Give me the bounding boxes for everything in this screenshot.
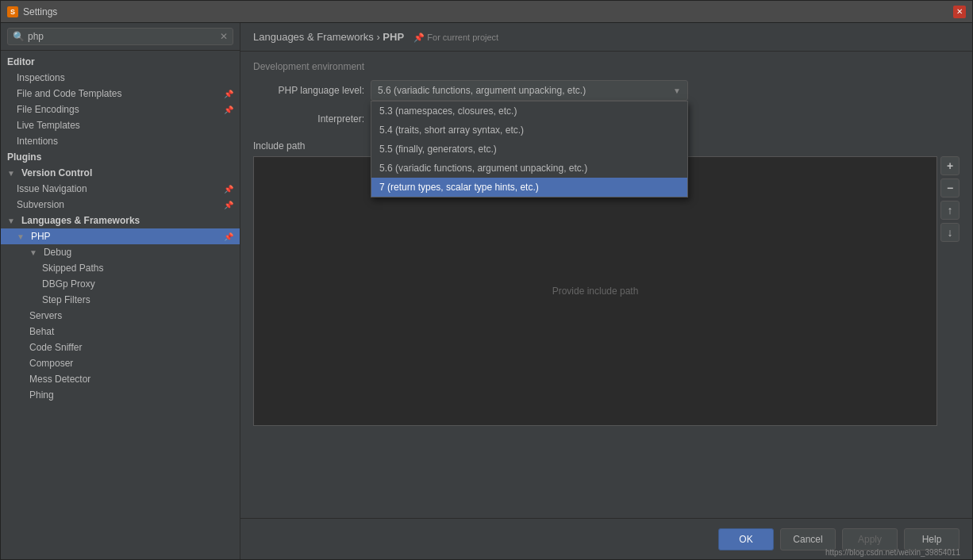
sidebar: 🔍 ✕ Editor Inspections File and Code Tem… [1, 23, 240, 559]
php-label: PHP [31, 231, 51, 242]
mess-detector-label: Mess Detector [29, 374, 90, 385]
sidebar-item-step-filters[interactable]: Step Filters [1, 292, 240, 308]
option-5-3[interactable]: 5.3 (namespaces, closures, etc.) [371, 102, 687, 121]
pin-icon: 📌 [224, 232, 233, 241]
behat-label: Behat [29, 326, 54, 337]
search-box: 🔍 ✕ [1, 23, 240, 51]
search-wrapper: 🔍 ✕ [7, 28, 233, 45]
live-templates-label: Live Templates [17, 120, 80, 131]
sidebar-item-mess-detector[interactable]: Mess Detector [1, 371, 240, 387]
language-level-value: 5.6 (variadic functions, argument unpack… [378, 85, 586, 96]
inspections-label: Inspections [17, 72, 65, 83]
sidebar-item-issue-navigation[interactable]: Issue Navigation 📌 [1, 181, 240, 197]
option-5-4[interactable]: 5.4 (traits, short array syntax, etc.) [371, 121, 687, 140]
debug-label: Debug [44, 247, 71, 258]
breadcrumb: Languages & Frameworks › PHP 📌 For curre… [253, 31, 960, 43]
sidebar-item-languages-frameworks[interactable]: ▼ Languages & Frameworks [1, 213, 240, 228]
version-control-label: Version Control [21, 167, 92, 178]
sidebar-item-behat[interactable]: Behat [1, 324, 240, 339]
pin-icon: 📌 [224, 185, 233, 194]
sidebar-item-dbgp-proxy[interactable]: DBGp Proxy [1, 276, 240, 292]
editor-label: Editor [7, 56, 35, 67]
pin-icon: 📌 [224, 201, 233, 209]
search-icon: 🔍 [13, 31, 25, 42]
search-input[interactable] [28, 31, 220, 42]
step-filters-label: Step Filters [42, 294, 90, 305]
pin-icon: 📌 [224, 105, 233, 114]
sidebar-item-file-code-templates[interactable]: File and Code Templates 📌 [1, 86, 240, 102]
apply-button[interactable]: Apply [842, 528, 898, 550]
sidebar-item-plugins[interactable]: Plugins [1, 149, 240, 165]
cancel-button[interactable]: Cancel [780, 528, 836, 550]
include-path-placeholder: Provide include path [552, 286, 639, 297]
current-project-label: For current project [427, 33, 498, 42]
move-up-button[interactable]: ↑ [940, 201, 960, 220]
servers-label: Servers [29, 310, 62, 321]
plugins-label: Plugins [7, 152, 41, 163]
option-7[interactable]: 7 (return types, scalar type hints, etc.… [371, 178, 687, 197]
sidebar-item-intentions[interactable]: Intentions [1, 133, 240, 149]
sidebar-item-file-encodings[interactable]: File Encodings 📌 [1, 102, 240, 117]
language-level-dropdown-wrapper: 5.6 (variadic functions, argument unpack… [371, 80, 688, 101]
panel-body: Development environment PHP language lev… [240, 52, 972, 518]
remove-path-button[interactable]: − [940, 178, 960, 198]
ok-button[interactable]: OK [718, 528, 774, 550]
move-down-button[interactable]: ↓ [940, 223, 960, 242]
settings-window: S Settings ✕ 🔍 ✕ Editor Inspections [0, 0, 973, 560]
subversion-label: Subversion [17, 199, 64, 210]
interpreter-label: Interpreter: [253, 113, 364, 125]
sidebar-item-composer[interactable]: Composer [1, 355, 240, 371]
close-button[interactable]: ✕ [953, 6, 966, 18]
intentions-label: Intentions [17, 136, 58, 147]
sidebar-item-inspections[interactable]: Inspections [1, 70, 240, 86]
sidebar-item-code-sniffer[interactable]: Code Sniffer [1, 339, 240, 355]
footer-url: https://blog.csdn.net/weixin_39854011 [825, 548, 960, 557]
collapse-arrow: ▼ [17, 232, 25, 241]
sidebar-item-debug[interactable]: ▼ Debug [1, 244, 240, 260]
panel-header: Languages & Frameworks › PHP 📌 For curre… [240, 23, 972, 52]
title-bar: S Settings ✕ [1, 1, 972, 23]
languages-frameworks-label: Languages & Frameworks [21, 215, 140, 226]
main-panel: Languages & Frameworks › PHP 📌 For curre… [240, 23, 972, 559]
sidebar-item-servers[interactable]: Servers [1, 308, 240, 324]
option-5-5[interactable]: 5.5 (finally, generators, etc.) [371, 140, 687, 159]
issue-navigation-label: Issue Navigation [17, 183, 87, 194]
sidebar-item-live-templates[interactable]: Live Templates [1, 117, 240, 133]
option-5-6[interactable]: 5.6 (variadic functions, argument unpack… [371, 159, 687, 178]
language-level-row: PHP language level: 5.6 (variadic functi… [253, 80, 960, 101]
sidebar-item-skipped-paths[interactable]: Skipped Paths [1, 260, 240, 276]
dbgp-proxy-label: DBGp Proxy [42, 278, 95, 290]
main-content: 🔍 ✕ Editor Inspections File and Code Tem… [1, 23, 972, 559]
language-level-label: PHP language level: [253, 85, 364, 96]
file-encodings-label: File Encodings [17, 104, 79, 115]
sidebar-item-version-control[interactable]: ▼ Version Control [1, 165, 240, 181]
breadcrumb-current: PHP [383, 31, 404, 43]
code-sniffer-label: Code Sniffer [29, 342, 83, 353]
phing-label: Phing [29, 389, 54, 401]
language-level-options: 5.3 (namespaces, closures, etc.) 5.4 (tr… [371, 101, 688, 198]
breadcrumb-pre: Languages & Frameworks [253, 31, 374, 43]
sidebar-item-phing[interactable]: Phing [1, 387, 240, 403]
sidebar-item-subversion[interactable]: Subversion 📌 [1, 197, 240, 213]
pin-icon: 📌 [224, 90, 233, 98]
sidebar-item-php[interactable]: ▼ PHP 📌 [1, 228, 240, 244]
composer-label: Composer [29, 358, 73, 369]
skipped-paths-label: Skipped Paths [42, 263, 103, 274]
language-level-dropdown[interactable]: 5.6 (variadic functions, argument unpack… [371, 80, 688, 101]
app-icon: S [7, 6, 18, 17]
file-code-templates-label: File and Code Templates [17, 88, 122, 99]
collapse-arrow: ▼ [29, 248, 37, 257]
sidebar-tree: Editor Inspections File and Code Templat… [1, 51, 240, 559]
window-title: Settings [23, 6, 57, 17]
search-clear-icon[interactable]: ✕ [220, 31, 228, 42]
current-project-badge: 📌 For current project [413, 31, 499, 43]
include-path-buttons: + − ↑ ↓ [940, 156, 960, 242]
sidebar-item-editor[interactable]: Editor [1, 54, 240, 70]
title-bar-left: S Settings [7, 6, 57, 17]
add-path-button[interactable]: + [940, 156, 960, 175]
dropdown-arrow-icon: ▼ [673, 86, 681, 95]
collapse-arrow: ▼ [7, 169, 15, 178]
collapse-arrow: ▼ [7, 217, 15, 225]
dev-env-title: Development environment [253, 61, 960, 72]
help-button[interactable]: Help [904, 528, 960, 550]
